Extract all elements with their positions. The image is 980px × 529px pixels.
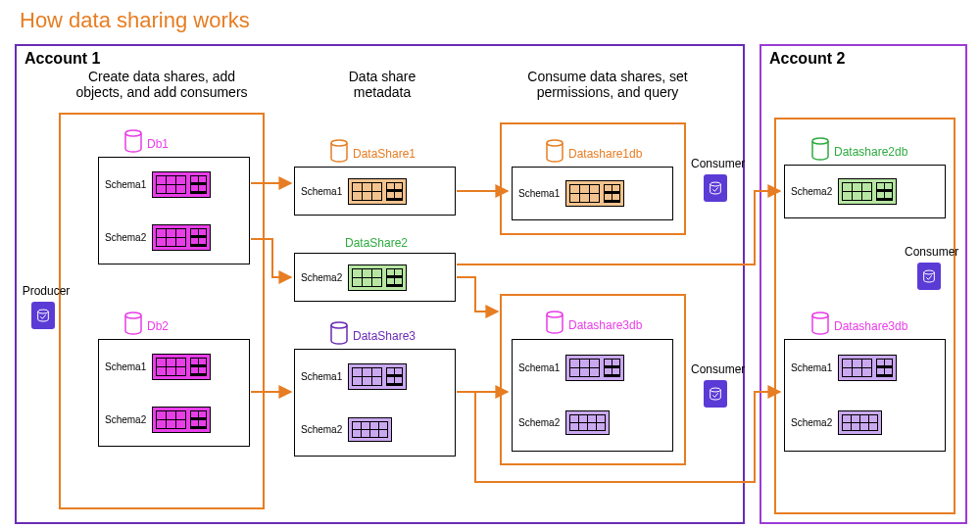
- c3-schema1: Schema1: [518, 362, 560, 373]
- table-icon: [152, 171, 211, 198]
- c3-schema2: Schema2: [518, 417, 560, 428]
- db2-schema1: Schema1: [105, 361, 146, 372]
- svg-point-2: [125, 313, 141, 318]
- ds1-name: DataShare1: [353, 147, 416, 161]
- ds1-icon: [329, 139, 349, 163]
- svg-point-0: [38, 310, 49, 313]
- c4-schema2: Schema2: [791, 417, 832, 428]
- ds2-schema2: Schema2: [301, 272, 342, 283]
- ds3-name: DataShare3: [353, 329, 416, 343]
- table-icon: [838, 178, 897, 205]
- col-meta: Data share metadata: [284, 69, 480, 100]
- db2-name: Db2: [147, 319, 169, 333]
- account-2-label: Account 2: [769, 50, 845, 68]
- svg-point-5: [710, 182, 721, 186]
- svg-point-4: [331, 322, 347, 328]
- c3-icon: [545, 311, 564, 334]
- svg-point-9: [924, 270, 935, 274]
- svg-point-3: [331, 140, 347, 146]
- c3-card: Schema1 Schema2: [512, 339, 673, 452]
- table-icon: [348, 417, 392, 442]
- svg-point-1: [125, 130, 141, 136]
- table-icon: [565, 355, 624, 381]
- c2-schema2: Schema2: [791, 186, 832, 197]
- col-consume: Consume data shares, set permissions, an…: [490, 69, 725, 100]
- table-icon: [565, 180, 624, 207]
- col-produce: Create data shares, add objects, and add…: [64, 69, 260, 100]
- table-icon: [152, 407, 211, 433]
- c2-icon: [810, 137, 830, 161]
- svg-point-6: [547, 140, 563, 146]
- account-1-label: Account 1: [24, 50, 100, 68]
- consumer2-label: Consumer: [691, 362, 745, 376]
- c4-schema1: Schema1: [791, 362, 832, 373]
- db2-icon: [123, 312, 143, 335]
- table-icon: [565, 410, 610, 435]
- svg-point-11: [812, 313, 828, 318]
- table-icon: [348, 264, 407, 291]
- svg-point-8: [547, 312, 563, 317]
- ds2-name: DataShare2: [345, 236, 408, 250]
- c1-card: Schema1: [512, 167, 673, 220]
- consumer1-icon: [704, 174, 727, 202]
- consumer3-label: Consumer: [905, 245, 958, 259]
- consumer2-icon: [704, 380, 727, 408]
- c1-schema1: Schema1: [518, 188, 560, 199]
- ds3-schema2: Schema2: [301, 424, 342, 435]
- producer-label: Producer: [22, 284, 71, 298]
- ds1-card: Schema1: [294, 167, 456, 216]
- ds3-schema1: Schema1: [301, 371, 342, 382]
- table-icon: [838, 355, 897, 381]
- c1-icon: [545, 139, 564, 163]
- c3-name: Datashare3db: [568, 318, 642, 332]
- c4-card: Schema1 Schema2: [784, 339, 946, 452]
- table-icon: [838, 410, 882, 435]
- c1-name: Datashare1db: [568, 147, 642, 161]
- page-title: How data sharing works: [0, 0, 980, 43]
- table-icon: [152, 224, 211, 251]
- svg-point-10: [812, 138, 828, 144]
- svg-point-7: [710, 388, 721, 392]
- ds3-icon: [329, 321, 349, 345]
- consumer1-label: Consumer: [691, 157, 745, 170]
- producer-icon: [31, 302, 55, 329]
- ds3-card: Schema1 Schema2: [294, 349, 456, 457]
- db2-schema2: Schema2: [105, 414, 146, 425]
- db1-name: Db1: [147, 137, 169, 151]
- db1-schema1: Schema1: [105, 179, 146, 190]
- db2-card: Schema1 Schema2: [98, 339, 250, 447]
- c4-icon: [810, 312, 830, 335]
- c4-name: Datashare3db: [834, 319, 907, 333]
- table-icon: [348, 178, 407, 205]
- table-icon: [152, 354, 211, 380]
- table-icon: [348, 363, 407, 390]
- c2-name: Datashare2db: [834, 145, 907, 159]
- db1-schema2: Schema2: [105, 232, 146, 243]
- consumer3-icon: [917, 263, 941, 290]
- db1-icon: [123, 129, 143, 153]
- db1-card: Schema1 Schema2: [98, 157, 250, 264]
- c2-card: Schema2: [784, 165, 946, 218]
- ds1-schema1: Schema1: [301, 186, 342, 197]
- ds2-card: Schema2: [294, 253, 456, 302]
